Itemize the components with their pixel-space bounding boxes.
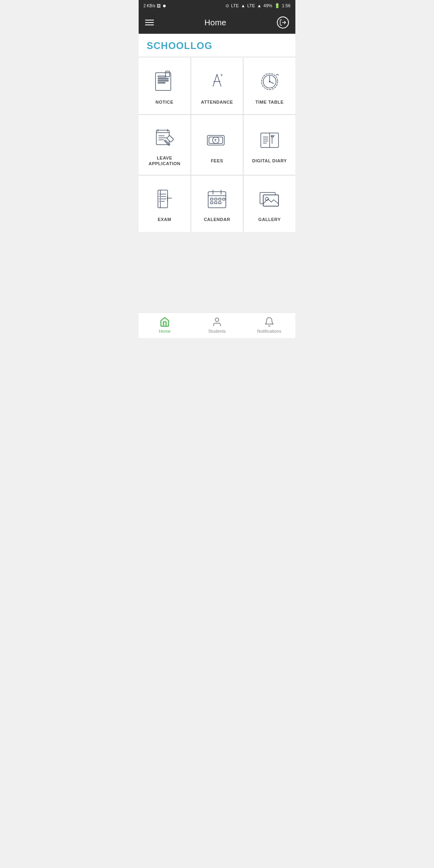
exam-button[interactable]: EXAM <box>139 176 190 232</box>
notice-icon <box>151 69 177 94</box>
fees-button[interactable]: ₹ FEES <box>191 115 243 175</box>
diary-label: DIGITAL DIARY <box>252 158 287 164</box>
svg-rect-2 <box>158 76 166 77</box>
svg-rect-55 <box>211 198 213 200</box>
image-icon: 🖼 <box>157 4 161 8</box>
exam-label: EXAM <box>158 217 171 222</box>
nav-students-label: Students <box>208 329 225 334</box>
diary-button[interactable]: DIGITAL DIARY <box>244 115 295 175</box>
svg-rect-58 <box>211 202 213 204</box>
svg-rect-60 <box>219 202 221 204</box>
calendar-label: CALENDAR <box>204 217 230 222</box>
svg-rect-59 <box>215 202 217 204</box>
leave-icon <box>151 125 177 150</box>
svg-rect-61 <box>223 198 225 200</box>
fees-label: FEES <box>211 158 223 164</box>
timetable-button[interactable]: TIME TABLE <box>244 58 295 114</box>
status-left: 2 KB/s 🖼 ⏺ <box>143 4 166 8</box>
gallery-icon <box>257 186 283 212</box>
nav-home[interactable]: Home <box>139 313 191 338</box>
nav-notifications[interactable]: Notifications <box>243 313 295 338</box>
record-icon: ⏺ <box>162 4 166 8</box>
svg-rect-3 <box>158 78 168 79</box>
svg-rect-57 <box>219 198 221 200</box>
svg-point-16 <box>269 81 270 82</box>
svg-text:+: + <box>220 72 223 78</box>
status-bar: 2 KB/s 🖼 ⏺ ⊙ LTE ▲ LTE ▲ 49% 🔋 1:56 <box>139 0 295 11</box>
menu-grid: NOTICE + ATTENDANCE <box>139 58 295 232</box>
wifi-icon: ⊙ <box>225 3 229 8</box>
battery-level: 49% <box>264 3 272 8</box>
main-content: SCHOOLLOG NOTICE <box>139 34 295 312</box>
svg-text:₹: ₹ <box>214 138 217 143</box>
signal-lte: LTE <box>231 3 239 8</box>
attendance-label: ATTENDANCE <box>201 99 233 105</box>
leave-label: LEAVEAPPLICATION <box>149 155 180 167</box>
battery-icon: 🔋 <box>274 3 280 8</box>
svg-rect-56 <box>215 198 217 200</box>
leave-button[interactable]: LEAVEAPPLICATION <box>139 115 190 175</box>
svg-rect-63 <box>263 195 278 206</box>
notice-button[interactable]: NOTICE <box>139 58 190 114</box>
empty-area <box>139 232 295 312</box>
nav-home-label: Home <box>159 329 170 334</box>
timetable-icon <box>257 69 283 94</box>
svg-rect-6 <box>166 71 170 77</box>
calendar-icon <box>204 186 230 212</box>
svg-rect-1 <box>156 73 171 90</box>
svg-rect-25 <box>167 135 174 142</box>
notice-label: NOTICE <box>156 99 174 105</box>
svg-point-47 <box>159 199 160 199</box>
svg-point-48 <box>159 201 160 202</box>
clock: 1:56 <box>282 3 291 8</box>
nav-notifications-label: Notifications <box>257 329 281 334</box>
bottom-nav: Home Students Notifications <box>139 312 295 338</box>
timetable-label: TIME TABLE <box>256 99 284 105</box>
attendance-icon: + <box>204 69 230 94</box>
menu-button[interactable] <box>145 20 154 25</box>
app-bar: Home <box>139 11 295 34</box>
brand-section: SCHOOLLOG <box>139 34 295 56</box>
svg-point-46 <box>159 196 160 197</box>
exam-icon <box>151 186 177 212</box>
signal-lte2: LTE <box>247 3 255 8</box>
status-right: ⊙ LTE ▲ LTE ▲ 49% 🔋 1:56 <box>225 3 291 8</box>
signal-bars2: ▲ <box>257 3 262 8</box>
diary-icon <box>257 127 283 153</box>
fees-icon: ₹ <box>204 127 230 153</box>
signal-bars: ▲ <box>241 3 245 8</box>
calendar-button[interactable]: CALENDAR <box>191 176 243 232</box>
page-title: Home <box>205 18 227 27</box>
nav-students[interactable]: Students <box>191 313 243 338</box>
svg-rect-4 <box>158 80 168 81</box>
data-speed: 2 KB/s <box>143 4 155 8</box>
logout-button[interactable] <box>277 16 289 29</box>
gallery-label: GALLERY <box>258 217 281 222</box>
svg-line-8 <box>213 74 217 86</box>
svg-rect-5 <box>158 82 165 83</box>
svg-point-66 <box>215 318 219 321</box>
brand-name: SCHOOLLOG <box>147 40 213 51</box>
attendance-button[interactable]: + ATTENDANCE <box>191 58 243 114</box>
gallery-button[interactable]: GALLERY <box>244 176 295 232</box>
